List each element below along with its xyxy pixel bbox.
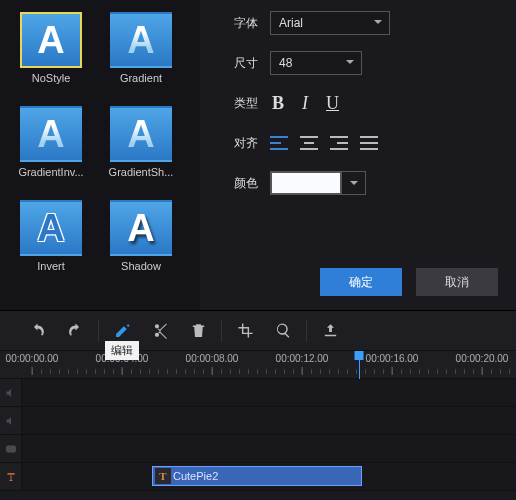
edit-button[interactable]: 编辑 <box>103 311 141 351</box>
text-clip[interactable]: T CutePie2 <box>152 466 362 486</box>
style-letter: A <box>37 113 64 156</box>
chevron-down-icon <box>373 16 383 30</box>
style-thumb: A <box>20 12 82 68</box>
ruler-tick: 00:00:00.00 <box>6 353 59 364</box>
audio-track-icon <box>0 379 22 406</box>
style-label: GradientSh... <box>109 166 174 178</box>
ruler-tick: 00:00:12.00 <box>276 353 329 364</box>
style-letter: A <box>127 113 154 156</box>
size-dropdown[interactable]: 48 <box>270 51 362 75</box>
ruler-tick: 00:00:20.00 <box>456 353 509 364</box>
style-label: Invert <box>37 260 65 272</box>
text-clip-icon: T <box>155 468 171 484</box>
timeline-panel: 编辑 00:00:00.0000:00:04.0000:00:08.0000:0… <box>0 310 516 491</box>
text-properties-panel: 字体 Arial 尺寸 48 类型 B I U 对齐 <box>200 0 516 310</box>
delete-button[interactable] <box>179 311 217 351</box>
ruler-tick: 00:00:08.00 <box>186 353 239 364</box>
align-right-button[interactable] <box>330 136 348 150</box>
style-letter: A <box>127 19 154 62</box>
color-label: 颜色 <box>218 175 258 192</box>
font-label: 字体 <box>218 15 258 32</box>
style-gradientsh[interactable]: AGradientSh... <box>96 106 186 196</box>
track-text: T CutePie2 <box>0 463 516 491</box>
ruler-tick: 00:00:16.00 <box>366 353 419 364</box>
track-audio-1 <box>0 379 516 407</box>
style-label: Gradient <box>120 72 162 84</box>
chevron-down-icon <box>341 172 365 194</box>
align-label: 对齐 <box>218 135 258 152</box>
style-thumb: A <box>110 12 172 68</box>
timeline-toolbar: 编辑 <box>0 311 516 351</box>
align-justify-button[interactable] <box>360 136 378 150</box>
cancel-button[interactable]: 取消 <box>416 268 498 296</box>
italic-button[interactable]: I <box>302 93 308 114</box>
style-gradientinv[interactable]: AGradientInv... <box>6 106 96 196</box>
style-invert[interactable]: AInvert <box>6 200 96 290</box>
cut-button[interactable] <box>141 311 179 351</box>
clip-label: CutePie2 <box>173 470 218 482</box>
size-label: 尺寸 <box>218 55 258 72</box>
chevron-down-icon <box>345 56 355 70</box>
style-shadow[interactable]: AShadow <box>96 200 186 290</box>
style-thumb: A <box>20 200 82 256</box>
style-nostyle[interactable]: ANoStyle <box>6 12 96 102</box>
audio-track-icon <box>0 407 22 434</box>
color-picker[interactable] <box>270 171 366 195</box>
style-thumb: A <box>110 200 172 256</box>
style-label: GradientInv... <box>18 166 83 178</box>
redo-button[interactable] <box>56 311 94 351</box>
align-center-button[interactable] <box>300 136 318 150</box>
style-letter: A <box>37 207 64 250</box>
font-dropdown[interactable]: Arial <box>270 11 390 35</box>
font-value: Arial <box>279 16 303 30</box>
underline-button[interactable]: U <box>326 93 339 114</box>
timeline-ruler[interactable]: 00:00:00.0000:00:04.0000:00:08.0000:00:1… <box>0 351 516 379</box>
bold-button[interactable]: B <box>272 93 284 114</box>
crop-button[interactable] <box>226 311 264 351</box>
text-track-icon <box>0 463 22 490</box>
color-swatch <box>271 172 341 194</box>
size-value: 48 <box>279 56 292 70</box>
style-letter: A <box>127 207 154 250</box>
text-styles-grid: ANoStyleAGradientAGradientInv...AGradien… <box>0 0 200 310</box>
type-label: 类型 <box>218 95 258 112</box>
style-label: Shadow <box>121 260 161 272</box>
track-video <box>0 435 516 463</box>
style-label: NoStyle <box>32 72 71 84</box>
align-left-button[interactable] <box>270 136 288 150</box>
track-audio-2 <box>0 407 516 435</box>
style-letter: A <box>37 19 64 62</box>
video-track-icon <box>0 435 22 462</box>
style-thumb: A <box>20 106 82 162</box>
style-thumb: A <box>110 106 172 162</box>
edit-tooltip: 编辑 <box>105 341 139 360</box>
style-gradient[interactable]: AGradient <box>96 12 186 102</box>
undo-button[interactable] <box>18 311 56 351</box>
playhead[interactable] <box>355 351 364 360</box>
ok-button[interactable]: 确定 <box>320 268 402 296</box>
export-button[interactable] <box>311 311 349 351</box>
zoom-button[interactable] <box>264 311 302 351</box>
